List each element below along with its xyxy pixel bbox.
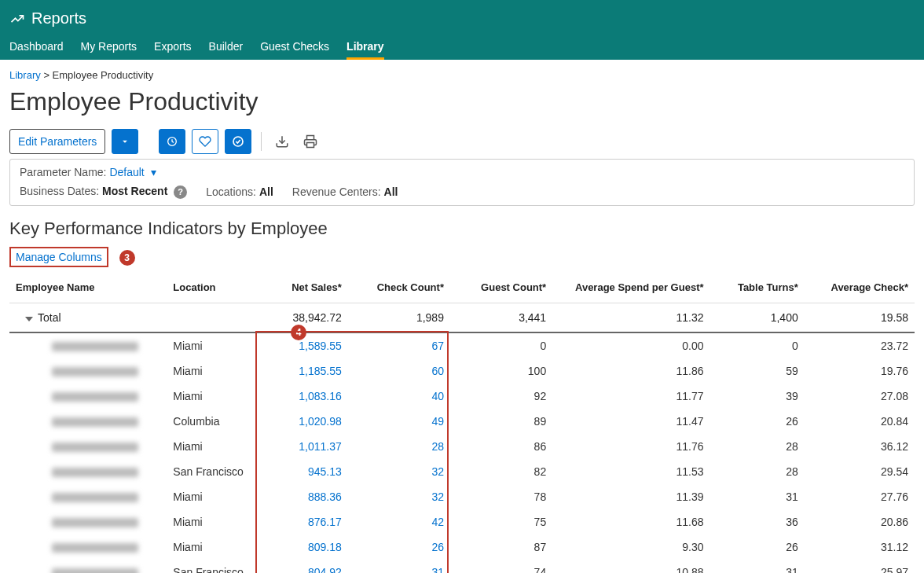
business-dates-label: Business Dates:	[20, 185, 99, 197]
collapse-icon[interactable]	[25, 317, 33, 321]
run-dropdown-button[interactable]	[112, 129, 138, 154]
tab-exports[interactable]: Exports	[154, 35, 191, 60]
cell-net-sales[interactable]: 804.92	[254, 560, 348, 574]
breadcrumb-separator: >	[43, 69, 52, 81]
confirm-button[interactable]	[225, 129, 251, 154]
cell-net-sales[interactable]: 1,020.98	[254, 409, 348, 434]
cell-table-turns: 26	[710, 534, 805, 560]
cell-net-sales[interactable]: 809.18	[254, 534, 348, 560]
print-button[interactable]	[299, 129, 321, 154]
cell-avg-spend: 11.39	[552, 484, 710, 509]
cell-guest-count: 75	[450, 509, 552, 534]
page-title: Employee Productivity	[9, 87, 915, 116]
tab-builder[interactable]: Builder	[209, 35, 244, 60]
tab-library[interactable]: Library	[346, 35, 383, 60]
cell-avg-spend: 11.68	[552, 509, 710, 534]
tab-guest-checks[interactable]: Guest Checks	[260, 35, 329, 60]
cell-employee-name	[9, 384, 167, 409]
report-toolbar: Edit Parameters	[9, 129, 915, 154]
cell-table-turns: 39	[710, 384, 805, 409]
cell-avg-check: 27.76	[805, 484, 915, 509]
cell-check-count[interactable]: 67	[348, 332, 450, 358]
help-icon[interactable]: ?	[174, 185, 187, 199]
redacted-name	[52, 443, 138, 452]
tab-dashboard[interactable]: Dashboard	[9, 35, 64, 60]
cell-table-turns: 36	[710, 509, 805, 534]
edit-parameters-button[interactable]: Edit Parameters	[9, 129, 105, 154]
header-table-turns[interactable]: Table Turns*	[710, 272, 805, 303]
table-row: Miami1,011.37288611.762836.12	[9, 434, 915, 459]
breadcrumb: Library > Employee Productivity	[9, 69, 915, 81]
cell-net-sales[interactable]: 945.13	[254, 459, 348, 484]
table-row: Miami888.36327811.393127.76	[9, 484, 915, 509]
cell-net-sales[interactable]: 1,185.55	[254, 358, 348, 384]
manage-columns-link[interactable]: Manage Columns	[16, 251, 102, 263]
cell-table-turns: 59	[710, 358, 805, 384]
total-avg-check: 19.58	[805, 303, 915, 332]
app-header: Reports Dashboard My Reports Exports Bui…	[0, 0, 924, 60]
redacted-name	[52, 468, 138, 477]
cell-table-turns: 28	[710, 434, 805, 459]
refresh-button[interactable]	[159, 129, 185, 154]
cell-net-sales[interactable]: 876.17	[254, 509, 348, 534]
cell-avg-check: 31.12	[805, 534, 915, 560]
business-dates-value: Most Recent	[102, 185, 167, 197]
header-avg-check[interactable]: Average Check*	[805, 272, 915, 303]
cell-location: Miami	[167, 509, 253, 534]
cell-table-turns: 31	[710, 560, 805, 574]
header-avg-spend[interactable]: Average Spend per Guest*	[552, 272, 710, 303]
nav-tabs: Dashboard My Reports Exports Builder Gue…	[9, 35, 915, 60]
breadcrumb-library[interactable]: Library	[9, 69, 41, 81]
cell-check-count[interactable]: 32	[348, 484, 450, 509]
locations-value: All	[259, 185, 273, 198]
total-label: Total	[38, 311, 61, 324]
callout-badge-3: 3	[119, 250, 135, 266]
header-guest-count[interactable]: Guest Count*	[450, 272, 552, 303]
cell-avg-check: 20.84	[805, 409, 915, 434]
table-row: Miami1,185.556010011.865919.76	[9, 358, 915, 384]
cell-guest-count: 92	[450, 384, 552, 409]
cell-avg-spend: 11.77	[552, 384, 710, 409]
cell-check-count[interactable]: 42	[348, 509, 450, 534]
redacted-name	[52, 367, 138, 376]
cell-check-count[interactable]: 60	[348, 358, 450, 384]
cell-employee-name	[9, 534, 167, 560]
header-net-sales[interactable]: Net Sales*	[254, 272, 348, 303]
cell-check-count[interactable]: 28	[348, 434, 450, 459]
download-button[interactable]	[271, 129, 293, 154]
cell-employee-name	[9, 509, 167, 534]
header-location[interactable]: Location	[167, 272, 253, 303]
revenue-centers-value: All	[384, 185, 398, 198]
cell-net-sales[interactable]: 1,083.16	[254, 384, 348, 409]
cell-avg-check: 19.76	[805, 358, 915, 384]
cell-check-count[interactable]: 31	[348, 560, 450, 574]
cell-net-sales[interactable]: 888.36	[254, 484, 348, 509]
tab-my-reports[interactable]: My Reports	[81, 35, 138, 60]
total-avg-spend: 11.32	[552, 303, 710, 332]
redacted-name	[52, 342, 138, 351]
app-title: Reports	[31, 9, 86, 28]
locations-label: Locations:	[206, 185, 256, 198]
cell-location: Miami	[167, 484, 253, 509]
cell-check-count[interactable]: 49	[348, 409, 450, 434]
total-row[interactable]: Total 38,942.72 1,989 3,441 11.32 1,400 …	[9, 303, 915, 332]
cell-avg-check: 27.08	[805, 384, 915, 409]
redacted-name	[52, 493, 138, 502]
cell-avg-spend: 9.30	[552, 534, 710, 560]
cell-check-count[interactable]: 40	[348, 384, 450, 409]
cell-check-count[interactable]: 26	[348, 534, 450, 560]
cell-location: San Francisco	[167, 560, 253, 574]
header-check-count[interactable]: Check Count*	[348, 272, 450, 303]
cell-check-count[interactable]: 32	[348, 459, 450, 484]
redacted-name	[52, 392, 138, 402]
cell-guest-count: 82	[450, 459, 552, 484]
favorite-button[interactable]	[192, 129, 218, 154]
param-name-label: Parameter Name:	[20, 166, 106, 178]
param-name-dropdown[interactable]: Default ▾	[109, 166, 156, 178]
cell-guest-count: 86	[450, 434, 552, 459]
header-employee-name[interactable]: Employee Name	[9, 272, 167, 303]
cell-avg-check: 25.97	[805, 560, 915, 574]
cell-location: San Francisco	[167, 459, 253, 484]
cell-net-sales[interactable]: 1,011.37	[254, 434, 348, 459]
table-row: San Francisco804.92317410.883125.97	[9, 560, 915, 574]
